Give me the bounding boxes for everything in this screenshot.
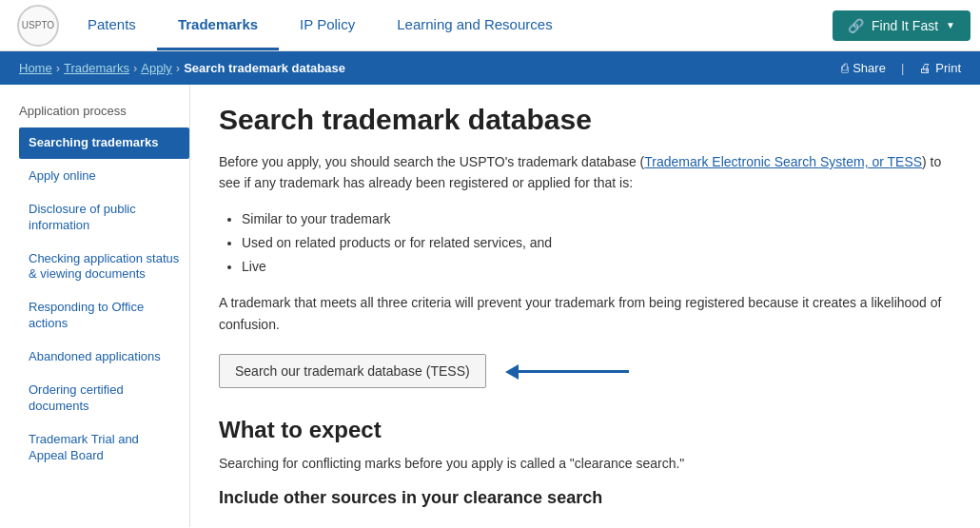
print-button[interactable]: 🖨 Print bbox=[919, 61, 961, 75]
tess-link[interactable]: Trademark Electronic Search System, or T… bbox=[644, 154, 922, 169]
breadcrumb-apply[interactable]: Apply bbox=[141, 61, 172, 75]
sidebar-item-ordering-docs[interactable]: Ordering certified documents bbox=[19, 375, 189, 422]
sidebar-item-abandoned[interactable]: Abandoned applications bbox=[19, 342, 189, 373]
breadcrumb-current: Search trademark database bbox=[184, 61, 345, 75]
main-layout: Application process Searching trademarks… bbox=[0, 85, 980, 527]
share-label: Share bbox=[853, 61, 886, 75]
list-item: Similar to your trademark bbox=[242, 207, 942, 231]
breadcrumb-sep-3: › bbox=[176, 61, 180, 75]
main-content: Search trademark database Before you app… bbox=[190, 85, 980, 527]
breadcrumb-actions: ⎙ Share | 🖨 Print bbox=[841, 61, 961, 75]
find-it-fast-label: Find It Fast bbox=[872, 18, 938, 33]
find-it-fast-button[interactable]: 🔗 Find It Fast ▼ bbox=[833, 10, 970, 41]
breadcrumb-sep-2: › bbox=[133, 61, 137, 75]
share-icon: ⎙ bbox=[841, 61, 849, 75]
sidebar-item-disclosure[interactable]: Disclosure of public information bbox=[19, 194, 189, 242]
what-to-expect-text: Searching for conflicting marks before y… bbox=[219, 453, 942, 474]
sidebar-item-ttab[interactable]: Trademark Trial and Appeal Board bbox=[19, 424, 189, 472]
sidebar-item-apply-online[interactable]: Apply online bbox=[19, 161, 189, 192]
page-title: Search trademark database bbox=[219, 104, 942, 136]
likelihood-text: A trademark that meets all three criteri… bbox=[219, 292, 942, 335]
what-to-expect-title: What to expect bbox=[219, 417, 942, 443]
list-item: Live bbox=[242, 255, 942, 279]
breadcrumb-home[interactable]: Home bbox=[19, 61, 52, 75]
breadcrumb-sep-1: › bbox=[56, 61, 60, 75]
breadcrumb: Home › Trademarks › Apply › Search trade… bbox=[19, 61, 345, 75]
print-label: Print bbox=[935, 61, 961, 75]
criteria-list: Similar to your trademark Used on relate… bbox=[242, 207, 942, 280]
nav-tab-trademarks[interactable]: Trademarks bbox=[157, 0, 279, 50]
search-database-button[interactable]: Search our trademark database (TESS) bbox=[219, 354, 486, 388]
arrow-indicator bbox=[515, 370, 629, 373]
search-section: Search our trademark database (TESS) bbox=[219, 354, 942, 388]
sidebar-item-searching-trademarks[interactable]: Searching trademarks bbox=[19, 127, 189, 159]
chevron-down-icon: ▼ bbox=[946, 20, 955, 30]
nav-tab-learning[interactable]: Learning and Resources bbox=[376, 0, 573, 50]
logo: USPTO bbox=[10, 0, 67, 50]
include-title: Include other sources in your clearance … bbox=[219, 488, 942, 508]
list-item: Used on related products or for related … bbox=[242, 231, 942, 255]
sidebar-item-responding-office[interactable]: Responding to Office actions bbox=[19, 292, 189, 340]
intro-text-before: Before you apply, you should search the … bbox=[219, 154, 644, 169]
actions-divider: | bbox=[901, 61, 904, 75]
breadcrumb-bar: Home › Trademarks › Apply › Search trade… bbox=[0, 51, 980, 85]
logo-circle: USPTO bbox=[17, 5, 59, 47]
intro-paragraph: Before you apply, you should search the … bbox=[219, 151, 942, 194]
breadcrumb-trademarks[interactable]: Trademarks bbox=[64, 61, 129, 75]
arrow-line bbox=[515, 370, 629, 373]
nav-tab-ip-policy[interactable]: IP Policy bbox=[279, 0, 376, 50]
print-icon: 🖨 bbox=[919, 61, 931, 75]
link-icon: 🔗 bbox=[848, 18, 864, 33]
sidebar: Application process Searching trademarks… bbox=[0, 85, 190, 527]
top-navigation: USPTO Patents Trademarks IP Policy Learn… bbox=[0, 0, 980, 51]
nav-tab-patents[interactable]: Patents bbox=[67, 0, 157, 50]
share-button[interactable]: ⎙ Share bbox=[841, 61, 886, 75]
sidebar-section-title: Application process bbox=[19, 104, 189, 118]
main-nav: Patents Trademarks IP Policy Learning an… bbox=[67, 0, 833, 50]
sidebar-item-checking-status[interactable]: Checking application status & viewing do… bbox=[19, 244, 189, 291]
